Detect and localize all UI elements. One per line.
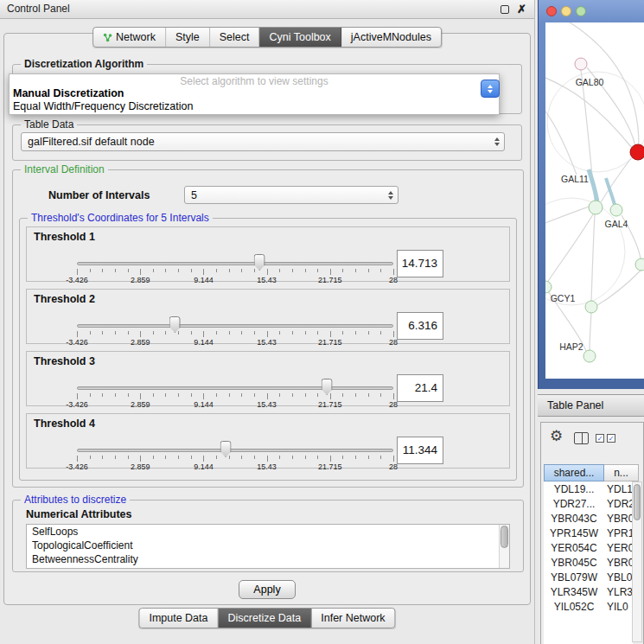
tick-mark [90,269,91,272]
table-row[interactable]: YBR043CYBR0 [544,511,633,526]
network-node[interactable] [545,281,552,293]
network-canvas[interactable]: GAL80GAL11GAL4GCY1HAP2 [545,22,644,379]
thick-edges [589,169,615,205]
node-label: GCY1 [551,293,576,303]
table-row[interactable]: YPR145WYPR1 [544,526,633,540]
discretization-algorithm-title: Discretization Algorithm [21,58,147,70]
threshold-value-field[interactable]: 21.4 [397,374,443,402]
network-node[interactable] [630,144,644,160]
table-row[interactable]: YBR045CYBR0 [544,555,633,570]
table-data-combo[interactable]: galFiltered.sif default node [21,132,505,151]
scrollbar-thumb[interactable] [634,484,641,520]
network-node[interactable] [610,204,622,216]
tab-cyni-toolbox[interactable]: Cyni Toolbox [259,28,341,47]
float-window-icon[interactable] [501,5,509,14]
network-node[interactable] [585,301,597,313]
slider-scale: -3.4262.8599.14415.4321.71528 [77,276,393,284]
attribute-list-item[interactable]: SelfLoops [27,525,509,539]
attributes-scrollbar[interactable] [499,525,509,568]
apply-button[interactable]: Apply [239,580,296,599]
threshold-value-field[interactable]: 14.713 [397,250,443,277]
tab-label: jActiveMNodules [351,31,431,43]
columns-icon[interactable] [574,432,589,444]
tab-label: Style [175,31,200,43]
tick-mark [342,393,343,397]
zoom-button-icon[interactable] [576,6,586,16]
column-header[interactable]: n... [604,464,639,481]
gear-icon[interactable]: ⚙ [550,429,563,444]
scale-label: -3.426 [66,462,88,471]
table-panel-titlebar[interactable]: Table Panel [538,394,644,417]
table-row[interactable]: YDL19...YDL1 [544,481,633,496]
name-cell: YPR1 [604,527,633,539]
tick-mark [216,331,217,335]
slider-track [77,386,393,390]
tab-impute-data[interactable]: Impute Data [139,609,218,628]
attribute-items: SelfLoopsTopologicalCoefficientBetweenne… [27,525,509,566]
close-button-icon[interactable] [546,6,557,16]
tick-mark [115,393,116,397]
algorithm-combo-button[interactable] [481,80,500,98]
tick-mark [153,393,154,397]
table-scrollbar[interactable] [632,481,642,642]
tab-jactivemnodules[interactable]: jActiveMNodules [341,28,441,47]
tab-discretize-data[interactable]: Discretize Data [219,609,312,628]
tick-mark [153,269,154,272]
table-row[interactable]: YLR345WYLR3 [544,584,633,599]
threshold-value-field[interactable]: 6.316 [397,312,443,340]
minimize-button-icon[interactable] [561,6,571,16]
slider-track [77,449,393,452]
tab-select[interactable]: Select [210,28,260,47]
table-row[interactable]: YIL052CYIL0 [544,599,633,614]
tick-mark [102,269,103,272]
scale-label: 21.715 [318,276,342,284]
tick-mark [102,393,103,397]
window-title: Control Panel [7,3,70,15]
threshold-slider[interactable]: -3.4262.8599.14415.4321.71528 [77,437,393,469]
tick-mark [317,393,318,397]
network-node[interactable] [589,201,603,214]
tab-style[interactable]: Style [166,28,210,47]
table-row[interactable]: YDR27...YDR2 [544,496,633,511]
threshold-slider[interactable]: -3.4262.8599.14415.4321.71528 [77,250,393,283]
close-window-icon[interactable]: ✗ [517,5,526,14]
tick-mark [191,331,192,335]
tick-mark [77,331,78,337]
table-rows: YDL19...YDL1YDR27...YDR2YBR043CYBR0YPR14… [544,481,633,644]
algorithm-option[interactable]: Equal Width/Frequency Discretization [10,100,499,113]
tick-mark [140,331,141,337]
table-row[interactable]: YBL079WYBL0 [544,570,633,584]
tick-mark [229,331,230,335]
tab-network[interactable]: Network [93,28,166,47]
attribute-list-item[interactable]: BetweennessCentrality [27,552,509,566]
algorithm-option[interactable]: Manual Discretization [10,87,499,100]
network-node[interactable] [583,350,596,362]
checkbox-icon[interactable]: ✓ [596,434,604,443]
name-cell: YIL0 [604,601,633,613]
numerical-attributes-list[interactable]: SelfLoopsTopologicalCoefficientBetweenne… [26,524,510,569]
threshold-value-field[interactable]: 11.344 [397,437,443,464]
shared-name-cell: YER054C [544,542,604,554]
threshold-label: Threshold 2 [34,293,95,305]
scale-label: -3.426 [66,338,88,347]
number-of-intervals-label: Number of Intervals [48,189,150,201]
number-of-intervals-combo[interactable]: 5 [184,186,399,204]
scrollbar-thumb[interactable] [501,526,508,548]
threshold-slider[interactable]: -3.4262.8599.14415.4321.71528 [77,312,393,345]
table-row[interactable]: YER054CYER0 [544,540,633,555]
attribute-list-item[interactable]: TopologicalCoefficient [27,539,509,552]
tick-mark [165,331,166,335]
column-header[interactable]: shared... [544,464,604,481]
tab-label: Network [116,31,156,43]
network-node[interactable] [635,258,644,271]
network-node[interactable] [575,58,587,70]
tick-mark [229,456,230,459]
window-controls: ✗ [501,0,526,19]
network-view-window: GAL80GAL11GAL4GCY1HAP2 [538,0,644,389]
tick-mark [140,456,141,462]
threshold-slider[interactable]: -3.4262.8599.14415.4321.71528 [77,374,393,407]
tick-mark [317,269,318,272]
tick-mark [203,331,204,337]
tab-infer-network[interactable]: Infer Network [311,609,394,628]
checkbox-icon[interactable]: ✓ [607,434,615,443]
